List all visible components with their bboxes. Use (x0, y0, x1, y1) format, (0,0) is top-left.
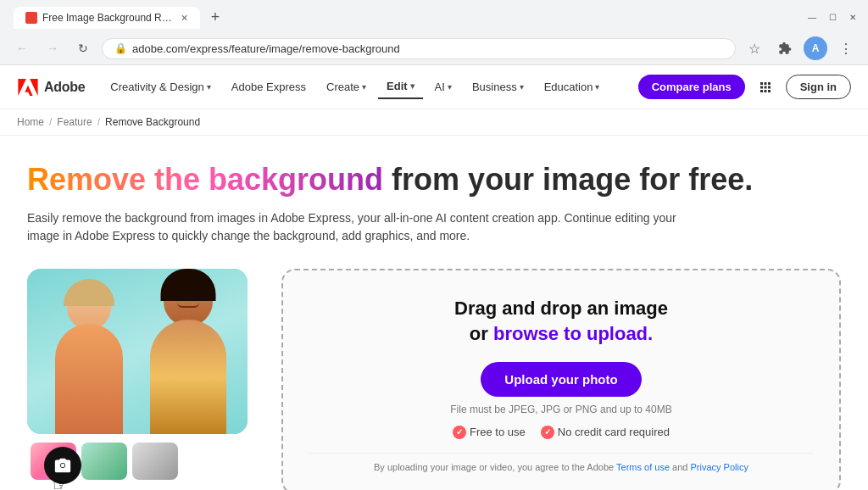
person2-hair (161, 269, 216, 301)
bookmark-icon[interactable]: ☆ (743, 36, 766, 60)
preview-image-container (27, 269, 248, 434)
file-note: File must be JPEG, JPG or PNG and up to … (309, 404, 814, 415)
nav-item-education[interactable]: Education ▾ (536, 75, 609, 98)
camera-icon (53, 456, 72, 475)
breadcrumb-home[interactable]: Home (17, 116, 44, 128)
hero-subtitle: Easily remove the background from images… (27, 209, 705, 245)
feature-free-label: Free to use (470, 426, 526, 438)
or-text: or (470, 323, 488, 344)
hero-title-gradient: Remove the background (27, 162, 383, 197)
breadcrumb: Home / Feature / Remove Background (0, 109, 868, 136)
apps-grid-icon[interactable] (752, 74, 779, 101)
breadcrumb-feature[interactable]: Feature (57, 116, 92, 128)
person1-torso (55, 324, 123, 434)
thumbnail-3[interactable] (132, 443, 178, 480)
check-circle-icon: ✓ (541, 426, 554, 439)
extensions-icon[interactable] (773, 36, 797, 60)
check-circle-icon: ✓ (453, 426, 466, 439)
preview-photo (27, 269, 248, 434)
nav-item-edit[interactable]: Edit ▾ (378, 75, 423, 99)
drag-drop-text: Drag and drop an image (454, 298, 668, 319)
person1-hair (64, 279, 114, 306)
tabs-bar: Free Image Background Remo... ✕ + (14, 5, 800, 29)
upload-photo-button[interactable]: Upload your photo (481, 362, 641, 397)
adobe-logo[interactable]: Adobe (17, 79, 85, 96)
browse-text[interactable]: browse to upload. (493, 323, 653, 344)
upload-area[interactable]: Drag and drop an image or browse to uplo… (281, 269, 841, 490)
reload-button[interactable]: ↻ (71, 36, 95, 60)
chevron-down-icon: ▾ (410, 81, 415, 91)
hero-title-part2: from your image for free. (392, 162, 753, 197)
lock-icon: 🔒 (114, 42, 127, 54)
tab-favicon (25, 12, 37, 24)
browser-title-bar: Free Image Background Remo... ✕ + — ☐ ✕ (0, 0, 868, 32)
url-input[interactable]: 🔒 adobe.com/express/feature/image/remove… (102, 38, 736, 59)
chevron-down-icon: ▾ (207, 82, 211, 92)
tab-title: Free Image Background Remo... (42, 12, 175, 24)
forward-button[interactable]: → (41, 36, 64, 60)
nav-item-business[interactable]: Business ▾ (464, 75, 532, 98)
person2-torso (150, 320, 226, 434)
upload-title: Drag and drop an image or browse to uplo… (309, 296, 814, 346)
adobe-logo-text: Adobe (44, 80, 85, 95)
chevron-down-icon: ▾ (595, 82, 599, 92)
breadcrumb-separator: / (97, 116, 100, 128)
close-button[interactable]: ✕ (846, 10, 860, 24)
active-tab[interactable]: Free Image Background Remo... ✕ (14, 7, 200, 29)
nav-item-create[interactable]: Create ▾ (318, 75, 375, 98)
hero-title: Remove the background from your image fo… (27, 161, 841, 198)
feature-no-card-label: No credit card required (558, 426, 670, 438)
adobe-navigation: Adobe Creativity & Design ▾ Adobe Expres… (0, 65, 868, 109)
nav-items: Creativity & Design ▾ Adobe Express Crea… (102, 75, 637, 99)
address-bar: ← → ↻ 🔒 adobe.com/express/feature/image/… (0, 32, 868, 64)
feature-free: ✓ Free to use (453, 426, 526, 439)
chevron-down-icon: ▾ (362, 82, 366, 92)
person1-body (48, 286, 129, 434)
nav-actions: Compare plans Sign in (638, 74, 851, 101)
nav-item-ai[interactable]: AI ▾ (426, 75, 460, 98)
nav-item-creativity[interactable]: Creativity & Design ▾ (102, 75, 220, 98)
menu-icon[interactable]: ⋮ (834, 36, 858, 60)
compare-plans-button[interactable]: Compare plans (638, 75, 745, 99)
breadcrumb-separator: / (49, 116, 52, 128)
person2-smile (177, 303, 199, 308)
cursor-icon: ☞ (53, 475, 68, 490)
upload-features: ✓ Free to use ✓ No credit card required (309, 426, 814, 439)
maximize-button[interactable]: ☐ (826, 10, 839, 24)
footer-text: By uploading your image or video, you ag… (374, 462, 614, 472)
chevron-down-icon: ▾ (520, 82, 524, 92)
feature-no-card: ✓ No credit card required (541, 426, 670, 439)
and-text: and (672, 462, 687, 472)
thumbnail-2[interactable] (81, 443, 127, 480)
nav-item-express[interactable]: Adobe Express (223, 75, 314, 98)
breadcrumb-current: Remove Background (105, 116, 200, 128)
main-content: Remove the background from your image fo… (10, 136, 858, 490)
tab-close-icon[interactable]: ✕ (181, 13, 188, 24)
browser-chrome: Free Image Background Remo... ✕ + — ☐ ✕ … (0, 0, 868, 65)
terms-link[interactable]: Terms of use (616, 462, 670, 472)
new-tab-button[interactable]: + (203, 5, 227, 29)
hero-area: ☞ Drag and drop an image or browse to up… (27, 269, 841, 490)
address-actions: ☆ A ⋮ (743, 36, 858, 60)
back-button[interactable]: ← (10, 36, 34, 60)
person2-body (137, 277, 239, 434)
adobe-logo-svg (17, 79, 39, 96)
image-preview: ☞ (27, 269, 248, 480)
minimize-button[interactable]: — (805, 10, 819, 24)
sign-in-button[interactable]: Sign in (786, 75, 851, 99)
url-text: adobe.com/express/feature/image/remove-b… (132, 42, 400, 55)
privacy-link[interactable]: Privacy Policy (690, 462, 748, 472)
upload-footer: By uploading your image or video, you ag… (309, 453, 814, 472)
profile-icon[interactable]: A (804, 36, 827, 60)
chevron-down-icon: ▾ (448, 82, 452, 92)
